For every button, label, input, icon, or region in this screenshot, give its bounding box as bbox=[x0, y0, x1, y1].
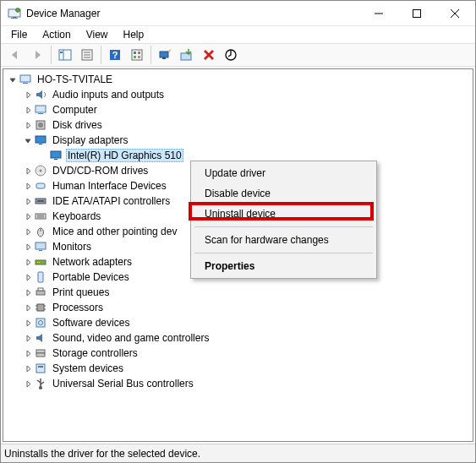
svg-rect-8 bbox=[59, 50, 71, 60]
tree-category[interactable]: Storage controllers bbox=[7, 346, 473, 361]
svg-rect-46 bbox=[36, 242, 46, 249]
storage-icon bbox=[34, 346, 47, 360]
close-button[interactable] bbox=[435, 1, 473, 25]
svg-rect-54 bbox=[37, 304, 44, 311]
window-title: Device Manager bbox=[26, 8, 359, 19]
svg-point-37 bbox=[40, 170, 42, 172]
context-menu-item[interactable]: Properties bbox=[193, 256, 375, 276]
properties-button[interactable] bbox=[77, 45, 97, 65]
menu-view[interactable]: View bbox=[79, 27, 115, 42]
svg-rect-34 bbox=[51, 151, 61, 158]
menu-action[interactable]: Action bbox=[36, 27, 77, 42]
chevron-right-icon[interactable] bbox=[22, 241, 34, 253]
chevron-right-icon[interactable] bbox=[22, 347, 34, 359]
context-menu-item[interactable]: Uninstall device bbox=[193, 204, 375, 224]
svg-rect-49 bbox=[37, 262, 38, 263]
chevron-right-icon[interactable] bbox=[22, 271, 34, 283]
display-icon bbox=[34, 133, 47, 147]
back-button[interactable] bbox=[5, 45, 25, 65]
category-label: Computer bbox=[51, 103, 99, 117]
chevron-down-icon[interactable] bbox=[22, 134, 34, 146]
status-text: Uninstalls the driver for the selected d… bbox=[4, 448, 200, 460]
action-center-button[interactable] bbox=[127, 45, 147, 65]
title-bar: Device Manager bbox=[1, 1, 475, 26]
svg-rect-35 bbox=[54, 159, 57, 160]
disk-icon bbox=[34, 118, 47, 132]
category-label: Processors bbox=[51, 301, 105, 314]
svg-rect-32 bbox=[36, 136, 46, 143]
ide-icon bbox=[34, 194, 47, 208]
toolbar: ? bbox=[1, 43, 475, 67]
svg-rect-51 bbox=[38, 272, 43, 282]
svg-rect-24 bbox=[181, 53, 191, 60]
category-label: IDE ATA/ATAPI controllers bbox=[51, 194, 172, 208]
chevron-right-icon[interactable] bbox=[22, 378, 34, 389]
update-driver-button[interactable] bbox=[177, 45, 197, 65]
chevron-right-icon[interactable] bbox=[22, 286, 34, 298]
tree-category[interactable]: Print queues bbox=[7, 285, 473, 300]
printer-icon bbox=[34, 286, 47, 299]
chevron-right-icon[interactable] bbox=[22, 104, 34, 116]
status-bar: Uninstalls the driver for the selected d… bbox=[1, 444, 475, 462]
help-button[interactable]: ? bbox=[105, 45, 125, 65]
svg-rect-22 bbox=[160, 52, 168, 57]
show-hide-console-tree-button[interactable] bbox=[55, 45, 75, 65]
category-label: Mice and other pointing dev bbox=[51, 225, 178, 238]
svg-rect-52 bbox=[36, 291, 45, 295]
category-label: Storage controllers bbox=[51, 346, 140, 360]
tree-category[interactable]: Sound, video and game controllers bbox=[7, 330, 473, 346]
chevron-right-icon[interactable] bbox=[22, 256, 34, 268]
context-menu-item[interactable]: Scan for hardware changes bbox=[193, 230, 375, 250]
svg-rect-17 bbox=[132, 50, 142, 60]
chevron-right-icon[interactable] bbox=[22, 89, 34, 101]
context-menu-separator bbox=[194, 226, 373, 227]
tree-category[interactable]: Processors bbox=[7, 300, 473, 315]
context-menu-item[interactable]: Update driver bbox=[193, 163, 375, 183]
tree-category[interactable]: Universal Serial Bus controllers bbox=[7, 376, 473, 391]
maximize-button[interactable] bbox=[397, 1, 435, 25]
category-label: Universal Serial Bus controllers bbox=[51, 377, 195, 390]
category-label: Monitors bbox=[51, 240, 93, 253]
uninstall-button[interactable] bbox=[199, 45, 219, 65]
chevron-right-icon[interactable] bbox=[22, 119, 34, 131]
tree-root[interactable]: HO-TS-TVITALE bbox=[7, 72, 473, 87]
tree-category[interactable]: System devices bbox=[7, 361, 473, 376]
tree-category[interactable]: Computer bbox=[7, 102, 473, 117]
chevron-right-icon[interactable] bbox=[22, 165, 34, 177]
context-menu-item[interactable]: Disable device bbox=[193, 183, 375, 204]
svg-rect-2 bbox=[11, 18, 18, 19]
scan-hardware-button[interactable] bbox=[155, 45, 175, 65]
chevron-right-icon[interactable] bbox=[22, 210, 34, 222]
chevron-right-icon[interactable] bbox=[22, 332, 34, 344]
disc-icon bbox=[34, 164, 47, 177]
usb-icon bbox=[34, 377, 47, 390]
display-icon bbox=[49, 149, 63, 162]
category-label: Disk drives bbox=[51, 118, 104, 132]
menu-help[interactable]: Help bbox=[117, 27, 151, 42]
chevron-right-icon[interactable] bbox=[22, 362, 34, 374]
category-label: Software devices bbox=[51, 316, 131, 330]
chevron-right-icon[interactable] bbox=[22, 226, 34, 237]
disable-button[interactable] bbox=[221, 45, 241, 65]
chevron-right-icon[interactable] bbox=[22, 317, 34, 329]
forward-button[interactable] bbox=[27, 45, 47, 65]
category-label: Portable Devices bbox=[51, 270, 131, 284]
system-icon bbox=[34, 362, 47, 375]
chevron-right-icon[interactable] bbox=[22, 195, 34, 207]
chevron-right-icon[interactable] bbox=[22, 180, 34, 192]
tree-category[interactable]: Disk drives bbox=[7, 117, 473, 133]
tree-category[interactable]: Display adapters bbox=[7, 133, 473, 148]
svg-rect-50 bbox=[39, 262, 40, 263]
category-label: Print queues bbox=[51, 286, 111, 299]
menu-file[interactable]: File bbox=[4, 27, 34, 42]
computer-icon bbox=[34, 103, 47, 117]
computer-icon bbox=[19, 73, 32, 86]
tree-category[interactable]: Audio inputs and outputs bbox=[7, 87, 473, 102]
chevron-right-icon[interactable] bbox=[22, 302, 34, 313]
menu-bar: File Action View Help bbox=[1, 26, 475, 43]
minimize-button[interactable] bbox=[359, 1, 397, 25]
chevron-down-icon[interactable] bbox=[7, 74, 19, 85]
root-label: HO-TS-TVITALE bbox=[36, 73, 114, 86]
tree-category[interactable]: Software devices bbox=[7, 315, 473, 330]
portable-icon bbox=[34, 270, 47, 284]
